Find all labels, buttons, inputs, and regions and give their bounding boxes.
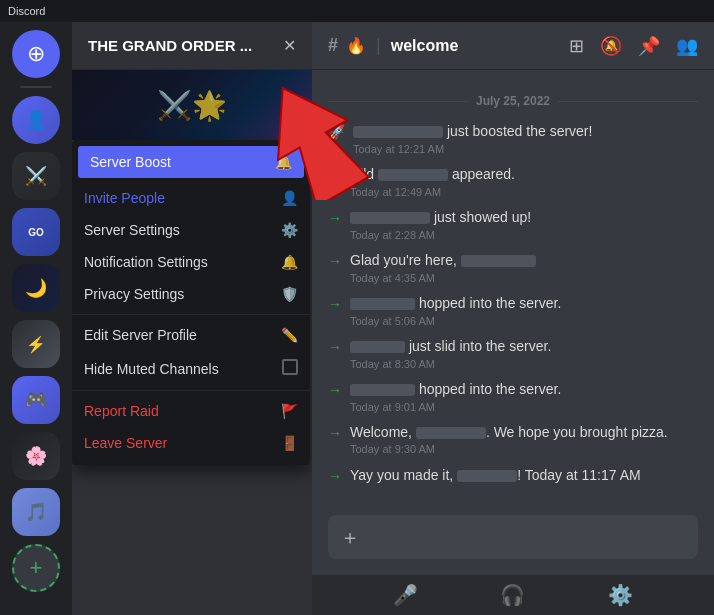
join-arrow-7: →	[328, 382, 342, 398]
privacy-icon: 🛡️	[281, 286, 298, 302]
message-content-9: Yay you made it, ! Today at 11:17 AM	[350, 466, 698, 486]
header-actions: ⊞ 🔕 📌 👥	[569, 35, 698, 57]
header-pipe: |	[376, 35, 381, 56]
dropdown-item-edit-server-profile[interactable]: Edit Server Profile ✏️	[72, 319, 310, 351]
server-icon-1[interactable]: 👤	[12, 96, 60, 144]
message-content-6: just slid into the server. Today at 8:30…	[350, 337, 698, 372]
pin-icon[interactable]: 📌	[638, 35, 660, 57]
username-9-blurred	[457, 470, 517, 482]
leave-icon: 🚪	[281, 435, 298, 451]
dropdown-menu: Server Boost 🔔 Invite People 👤 Server Se…	[72, 140, 310, 465]
privacy-settings-label: Privacy Settings	[84, 286, 184, 302]
username-6-blurred	[350, 341, 405, 353]
message-time-2: Today at 12:49 AM	[350, 185, 698, 200]
user-settings-icon[interactable]: ⚙️	[608, 583, 633, 607]
invite-people-label: Invite People	[84, 190, 165, 206]
channel-name-heading: welcome	[391, 37, 459, 55]
server-icon-8[interactable]: 🎵	[12, 488, 60, 536]
message-time-7: Today at 9:01 AM	[350, 400, 698, 415]
checkbox-icon	[282, 359, 298, 378]
message-row-7: → hopped into the server. Today at 9:01 …	[328, 378, 698, 417]
members-icon[interactable]: 👥	[676, 35, 698, 57]
channel-prefix-icon: #	[328, 35, 338, 56]
add-server-button[interactable]: +	[12, 544, 60, 592]
message-time-6: Today at 8:30 AM	[350, 357, 698, 372]
message-row-4: → Glad you're here, Today at 4:35 AM	[328, 249, 698, 288]
chat-input-area: ＋	[312, 507, 714, 575]
microphone-icon[interactable]: 🎤	[393, 583, 418, 607]
server-banner: ⚔️🌟	[72, 70, 312, 140]
settings-icon: ⚙️	[281, 222, 298, 238]
message-row-6: → just slid into the server. Today at 8:…	[328, 335, 698, 374]
server-icon-7[interactable]: 🌸	[12, 432, 60, 480]
username-2-blurred	[378, 169, 448, 181]
message-row-9: → Yay you made it, ! Today at 11:17 AM	[328, 464, 698, 488]
server-sidebar: ⊕ 👤 ⚔️ GO 🌙 ⚡ 🎮 🌸 🎵 +	[0, 22, 72, 615]
username-3-blurred	[350, 212, 430, 224]
threads-icon[interactable]: ⊞	[569, 35, 584, 57]
boost-arrow-icon: 🚀	[328, 124, 345, 140]
server-icon-6[interactable]: 🎮	[12, 376, 60, 424]
add-attachment-button[interactable]: ＋	[340, 524, 360, 551]
report-raid-label: Report Raid	[84, 403, 159, 419]
leave-server-label: Leave Server	[84, 435, 167, 451]
hide-muted-channels-label: Hide Muted Channels	[84, 361, 219, 377]
chat-area: # 🔥 | welcome ⊞ 🔕 📌 👥 July 25, 2022 🚀	[312, 22, 714, 615]
username-5-blurred	[350, 298, 415, 310]
join-arrow-5: →	[328, 296, 342, 312]
discord-home-button[interactable]: ⊕	[12, 30, 60, 78]
server-icon-2[interactable]: ⚔️	[12, 152, 60, 200]
dropdown-item-report-raid[interactable]: Report Raid 🚩	[72, 395, 310, 427]
invite-icon: 👤	[281, 190, 298, 206]
join-arrow-3: →	[328, 210, 342, 226]
channel-fire-icon: 🔥	[346, 36, 366, 55]
boost-text: just boosted the server!	[447, 123, 593, 139]
username-8-blurred	[416, 427, 486, 439]
mute-icon[interactable]: 🔕	[600, 35, 622, 57]
boost-icon: 🔔	[275, 154, 292, 170]
dropdown-item-privacy-settings[interactable]: Privacy Settings 🛡️	[72, 278, 310, 310]
add-icon: +	[30, 555, 43, 581]
dropdown-item-notification-settings[interactable]: Notification Settings 🔔	[72, 246, 310, 278]
menu-divider-2	[72, 390, 310, 391]
server-boost-label: Server Boost	[90, 154, 171, 170]
edit-server-profile-label: Edit Server Profile	[84, 327, 197, 343]
message-time-5: Today at 5:06 AM	[350, 314, 698, 329]
headphones-icon[interactable]: 🎧	[500, 583, 525, 607]
message-time-1: Today at 12:21 AM	[353, 142, 698, 157]
username-7-blurred	[350, 384, 415, 396]
channel-sidebar: THE GRAND ORDER ... ✕ ⚔️🌟 Server Boost 🔔…	[72, 22, 312, 615]
title-bar: Discord	[0, 0, 714, 22]
server-header[interactable]: THE GRAND ORDER ... ✕	[72, 22, 312, 70]
dropdown-item-server-settings[interactable]: Server Settings ⚙️	[72, 214, 310, 246]
bottom-bar: 🎤 🎧 ⚙️	[312, 575, 714, 615]
join-arrow-4: →	[328, 253, 342, 269]
message-row-8: → Welcome, . We hope you brought pizza. …	[328, 421, 698, 460]
dropdown-item-leave-server[interactable]: Leave Server 🚪	[72, 427, 310, 459]
server-icon-4[interactable]: 🌙	[12, 264, 60, 312]
dropdown-item-server-boost[interactable]: Server Boost 🔔	[78, 146, 304, 178]
message-content-5: hopped into the server. Today at 5:06 AM	[350, 294, 698, 329]
server-name: THE GRAND ORDER ...	[88, 37, 252, 54]
dropdown-item-hide-muted-channels[interactable]: Hide Muted Channels	[72, 351, 310, 386]
message-content-2: wild appeared. Today at 12:49 AM	[350, 165, 698, 200]
message-time-8: Today at 9:30 AM	[350, 442, 698, 457]
join-arrow-2: →	[328, 167, 342, 183]
date-divider: July 25, 2022	[328, 94, 698, 108]
message-row-2: → wild appeared. Today at 12:49 AM	[328, 163, 698, 202]
server-icon-5[interactable]: ⚡	[12, 320, 60, 368]
notification-icon: 🔔	[281, 254, 298, 270]
date-label: July 25, 2022	[476, 94, 550, 108]
sidebar-divider	[20, 86, 52, 88]
menu-divider-1	[72, 314, 310, 315]
message-time-4: Today at 4:35 AM	[350, 271, 698, 286]
dropdown-item-invite-people[interactable]: Invite People 👤	[72, 182, 310, 214]
banner-overlay	[72, 70, 312, 140]
username-blurred	[353, 126, 443, 138]
app-title: Discord	[8, 5, 45, 17]
messages-area[interactable]: July 25, 2022 🚀 just boosted the server!…	[312, 70, 714, 507]
close-button[interactable]: ✕	[283, 36, 296, 55]
server-icon-3[interactable]: GO	[12, 208, 60, 256]
message-content-boost: just boosted the server! Today at 12:21 …	[353, 122, 698, 157]
message-row-3: → just showed up! Today at 2:28 AM	[328, 206, 698, 245]
